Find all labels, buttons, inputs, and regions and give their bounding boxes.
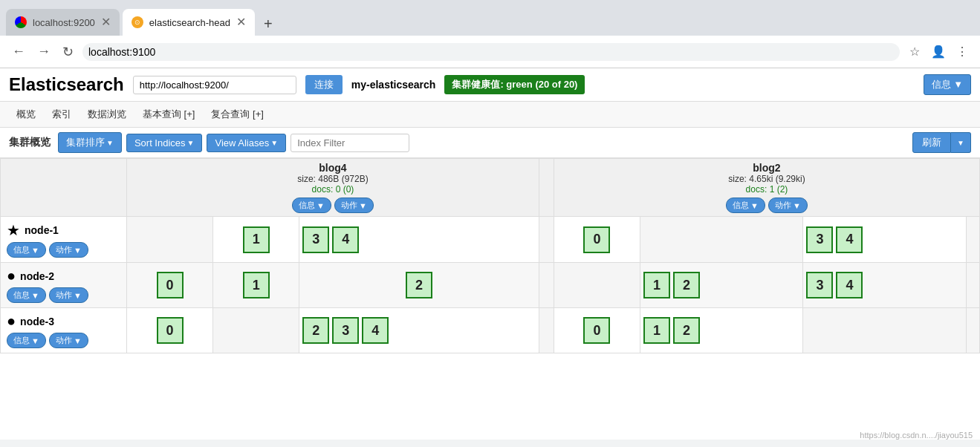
node3-blog2-shard12-cell: 1 2 <box>640 308 803 353</box>
blog4-action-btn[interactable]: 动作 ▼ <box>334 198 374 213</box>
node-2-icon: ● <box>7 267 16 284</box>
shard-box[interactable]: 1 <box>243 226 270 253</box>
shard-box[interactable]: 1 <box>243 272 270 298</box>
node-header-cell <box>1 159 127 217</box>
shard-box[interactable]: 0 <box>583 317 610 344</box>
app: Elasticsearch 连接 my-elasticsearch 集群健康值:… <box>0 68 980 440</box>
node2-blog2-extra <box>966 263 979 308</box>
shard-box[interactable]: 4 <box>836 272 863 298</box>
node2-blog2-shard34-cell: 3 4 <box>803 263 966 308</box>
toolbar: 集群概览 集群排序 ▼ Sort Indices ▼ View Aliases … <box>0 128 980 158</box>
node1-blog2-shard12-cell <box>640 217 803 263</box>
refresh-group: 刷新 ▼ <box>912 132 971 153</box>
view-aliases-dropdown-icon: ▼ <box>270 139 278 147</box>
shard-box[interactable]: 2 <box>673 317 700 344</box>
shard-box[interactable]: 3 <box>806 226 833 253</box>
node-1-cell: ★ node-1 信息▼ 动作▼ <box>1 217 127 263</box>
node-row-3: ● node-3 信息▼ 动作▼ <box>1 308 980 353</box>
app-title: Elasticsearch <box>9 74 124 95</box>
menu-icon[interactable]: ⋮ <box>953 43 971 61</box>
connect-url-input[interactable] <box>133 76 296 94</box>
refresh-button[interactable]: 刷新 <box>912 132 951 153</box>
gap-cell <box>539 217 554 263</box>
gap-cell <box>539 308 554 353</box>
node-2-info-btn[interactable]: 信息▼ <box>7 287 46 303</box>
app-header: Elasticsearch 连接 my-elasticsearch 集群健康值:… <box>0 68 980 102</box>
node3-blog4-shard1-cell <box>213 308 299 353</box>
node2-blog2-shard12-cell: 1 2 <box>640 263 803 308</box>
node-2-action-btn[interactable]: 动作▼ <box>49 287 88 303</box>
shard-box[interactable]: 0 <box>157 272 184 298</box>
node-2-cell: ● node-2 信息▼ 动作▼ <box>1 263 127 308</box>
nav-tabs: 概览 索引 数据浏览 基本查询 [+] 复合查询 [+] <box>0 102 980 128</box>
index-size-blog4: size: 486B (972B) <box>133 174 533 184</box>
shard-box[interactable]: 1 <box>643 272 670 298</box>
info-button[interactable]: 信息 ▼ <box>924 74 971 95</box>
node-1-action-btn[interactable]: 动作▼ <box>49 242 88 258</box>
sort-indices-dropdown-icon: ▼ <box>187 139 195 147</box>
node-3-btns: 信息▼ 动作▼ <box>7 333 120 348</box>
address-input[interactable] <box>82 43 900 61</box>
back-button[interactable]: ← <box>9 41 28 62</box>
index-filter-input[interactable] <box>291 134 409 152</box>
gap-cell <box>539 159 554 217</box>
index-name-blog2: blog2 <box>560 162 973 174</box>
watermark: https://blog.csdn.n..../jiayou515 <box>860 431 973 440</box>
tab-es-head-close[interactable]: ✕ <box>236 16 246 28</box>
address-bar: ← → ↻ ☆ 👤 ⋮ <box>0 36 980 68</box>
refresh-dropdown-button[interactable]: ▼ <box>951 132 971 153</box>
node-row-2: ● node-2 信息▼ 动作▼ <box>1 263 980 308</box>
tab-es-head[interactable]: ⊙ elasticsearch-head ✕ <box>123 9 255 36</box>
node-1-info-btn[interactable]: 信息▼ <box>7 242 46 258</box>
node2-blog4-shard1-cell: 1 <box>213 263 299 308</box>
nav-tab-compound-query[interactable]: 复合查询 [+] <box>204 105 270 124</box>
shard-box[interactable]: 4 <box>332 226 359 253</box>
view-aliases-button[interactable]: View Aliases ▼ <box>207 134 286 152</box>
bookmark-icon[interactable]: ☆ <box>906 43 924 61</box>
shard-box[interactable]: 0 <box>157 317 184 344</box>
cluster-sort-button[interactable]: 集群排序 ▼ <box>58 132 122 153</box>
profile-icon[interactable]: 👤 <box>929 43 947 61</box>
shard-box[interactable]: 2 <box>302 317 329 344</box>
shard-box[interactable]: 4 <box>362 317 389 344</box>
nav-tab-basic-query[interactable]: 基本查询 [+] <box>135 105 202 124</box>
shard-box[interactable]: 3 <box>302 226 329 253</box>
new-tab-button[interactable]: + <box>258 13 279 36</box>
shard-box[interactable]: 4 <box>836 226 863 253</box>
node1-blog4-shard0-cell <box>127 217 213 263</box>
node-3-info-btn[interactable]: 信息▼ <box>7 333 46 348</box>
blog2-info-btn[interactable]: 信息 ▼ <box>726 198 765 213</box>
tab-localhost-label: localhost:9200 <box>33 17 95 28</box>
sort-indices-button[interactable]: Sort Indices ▼ <box>126 134 203 152</box>
node-3-cell: ● node-3 信息▼ 动作▼ <box>1 308 127 353</box>
tab-localhost-close[interactable]: ✕ <box>101 16 111 28</box>
blog2-action-btn[interactable]: 动作 ▼ <box>768 198 808 213</box>
tab-es-head-label: elasticsearch-head <box>149 17 230 28</box>
node3-blog4-shard234-cell: 2 3 4 <box>299 308 539 353</box>
node3-blog2-shard34-cell <box>803 308 966 353</box>
header-row: blog4 size: 486B (972B) docs: 0 (0) 信息 ▼… <box>1 159 980 217</box>
nav-tab-browse[interactable]: 数据浏览 <box>80 105 134 124</box>
blog4-info-btn[interactable]: 信息 ▼ <box>292 198 331 213</box>
shard-box[interactable]: 2 <box>406 272 432 298</box>
nav-tab-indices[interactable]: 索引 <box>45 105 79 124</box>
forward-button[interactable]: → <box>34 41 53 62</box>
reload-button[interactable]: ↻ <box>59 41 77 63</box>
shard-box[interactable]: 3 <box>806 272 833 298</box>
node-1-btns: 信息▼ 动作▼ <box>7 242 120 258</box>
node1-blog2-shard0-cell: 0 <box>554 217 640 263</box>
node-3-action-btn[interactable]: 动作▼ <box>49 333 88 348</box>
index-header-blog4: blog4 size: 486B (972B) docs: 0 (0) 信息 ▼… <box>127 159 539 217</box>
nav-tab-overview[interactable]: 概览 <box>9 105 43 124</box>
tab-localhost[interactable]: localhost:9200 ✕ <box>6 9 120 36</box>
shard-box[interactable]: 0 <box>583 226 610 253</box>
browser-icons: ☆ 👤 ⋮ <box>906 43 971 61</box>
node-1-name: node-1 <box>25 224 59 236</box>
shard-box[interactable]: 2 <box>673 272 700 298</box>
gap-cell <box>539 263 554 308</box>
shard-box[interactable]: 1 <box>643 317 670 344</box>
node-1-icon: ★ <box>7 221 20 239</box>
connect-button[interactable]: 连接 <box>305 75 343 94</box>
node3-blog2-extra <box>966 308 979 353</box>
shard-box[interactable]: 3 <box>332 317 359 344</box>
